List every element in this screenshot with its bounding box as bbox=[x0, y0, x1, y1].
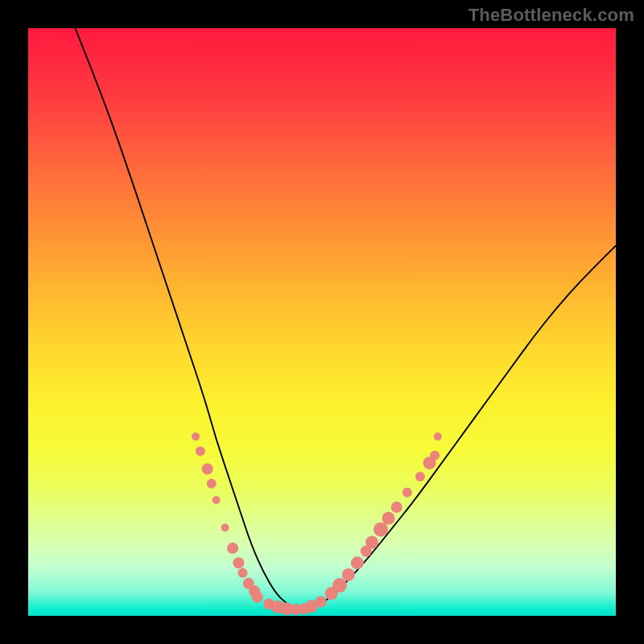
data-dot bbox=[415, 472, 425, 481]
dot-layer bbox=[192, 432, 442, 615]
data-dot bbox=[221, 524, 229, 532]
data-dot bbox=[233, 557, 244, 568]
data-dot bbox=[391, 502, 402, 513]
data-dot bbox=[202, 464, 213, 475]
data-dot bbox=[316, 596, 327, 607]
data-dot bbox=[402, 488, 412, 497]
chart-svg bbox=[28, 28, 616, 616]
data-dot bbox=[351, 556, 364, 569]
data-dot bbox=[192, 432, 200, 440]
chart-stage: TheBottleneck.com bbox=[0, 0, 644, 644]
data-dot bbox=[332, 578, 347, 592]
data-dot bbox=[374, 522, 388, 537]
data-dot bbox=[196, 447, 205, 456]
plot-area bbox=[28, 28, 616, 616]
data-dot bbox=[430, 451, 440, 460]
data-dot bbox=[227, 543, 238, 554]
data-dot bbox=[252, 592, 263, 603]
data-dot bbox=[237, 568, 247, 578]
curve-path bbox=[75, 28, 616, 609]
data-dot bbox=[434, 432, 442, 440]
data-dot bbox=[382, 512, 394, 525]
data-dot bbox=[207, 479, 217, 489]
data-dot bbox=[365, 536, 378, 549]
watermark-text: TheBottleneck.com bbox=[469, 5, 634, 26]
data-dot bbox=[342, 568, 355, 581]
data-dot bbox=[213, 496, 221, 504]
